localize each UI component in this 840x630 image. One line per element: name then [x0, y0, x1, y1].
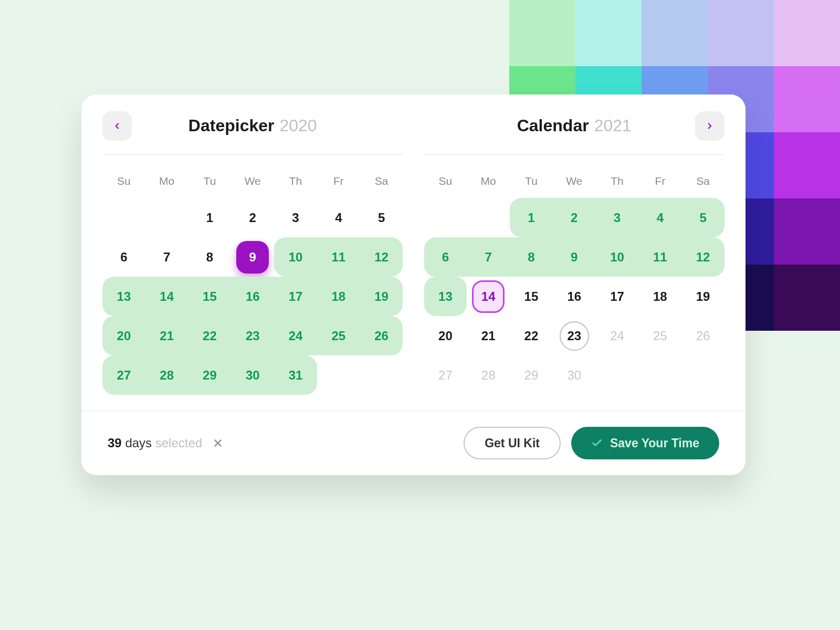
palette-swatch [509, 0, 575, 66]
get-ui-kit-button[interactable]: Get UI Kit [464, 427, 561, 459]
day-cell[interactable]: 28 [467, 355, 510, 395]
day-cell[interactable]: 20 [102, 316, 145, 355]
day-cell[interactable]: 1 [188, 198, 232, 237]
day-cell[interactable]: 29 [510, 355, 553, 395]
days-grid-right: 1234567891011121314151617181920212223242… [424, 198, 725, 395]
day-cell[interactable]: 12 [360, 237, 403, 277]
day-cell[interactable]: 25 [638, 316, 681, 355]
day-cell[interactable]: 30 [231, 355, 274, 395]
day-cell[interactable]: 7 [467, 237, 510, 277]
day-cell[interactable]: 10 [596, 237, 639, 277]
day-cell[interactable]: 5 [681, 198, 724, 237]
weekday-label: Su [102, 170, 145, 193]
day-cell[interactable]: 19 [681, 277, 724, 316]
month-title-right: Calendar [517, 116, 589, 135]
day-cell[interactable]: 2 [231, 198, 274, 237]
day-cell[interactable]: 23 [231, 316, 274, 355]
day-cell[interactable]: 21 [467, 316, 510, 355]
day-cell[interactable]: 30 [553, 355, 596, 395]
close-icon [212, 437, 224, 449]
day-cell[interactable]: 27 [424, 355, 467, 395]
weekday-label: Th [596, 170, 639, 193]
day-cell[interactable]: 20 [424, 316, 467, 355]
day-cell[interactable]: 25 [317, 316, 360, 355]
month-right: Calendar 2021 SuMoTuWeThFrSa 12345678910… [424, 113, 725, 395]
day-cell[interactable]: 13 [424, 277, 467, 316]
weekday-label: Su [424, 170, 467, 193]
chevron-left-icon [112, 121, 122, 131]
weekday-row-right: SuMoTuWeThFrSa [424, 170, 725, 193]
day-cell[interactable]: 5 [360, 198, 403, 237]
month-year-left: 2020 [279, 116, 317, 135]
day-cell[interactable]: 13 [102, 277, 145, 316]
day-cell[interactable]: 21 [145, 316, 188, 355]
day-cell[interactable]: 15 [188, 277, 232, 316]
day-cell[interactable]: 16 [231, 277, 274, 316]
day-cell[interactable]: 16 [553, 277, 596, 316]
selection-count: 39 [108, 436, 122, 450]
weekday-label: Sa [681, 170, 724, 193]
day-cell[interactable]: 4 [317, 198, 360, 237]
next-month-button[interactable] [695, 111, 724, 141]
weekday-label: Fr [638, 170, 681, 193]
weekday-label: Mo [467, 170, 510, 193]
selection-days-word: days [125, 436, 152, 450]
day-cell[interactable]: 31 [274, 355, 317, 395]
day-blank [467, 198, 510, 237]
palette-swatch [774, 66, 840, 132]
day-cell[interactable]: 14 [467, 277, 510, 316]
save-button-label: Save Your Time [610, 436, 699, 450]
day-cell[interactable]: 6 [102, 237, 145, 277]
day-cell[interactable]: 24 [596, 316, 639, 355]
day-cell[interactable]: 3 [596, 198, 639, 237]
day-cell[interactable]: 11 [638, 237, 681, 277]
day-cell[interactable]: 11 [317, 237, 360, 277]
day-cell[interactable]: 19 [360, 277, 403, 316]
day-cell[interactable]: 4 [638, 198, 681, 237]
day-cell[interactable]: 8 [188, 237, 232, 277]
check-icon [591, 437, 603, 449]
prev-month-button[interactable] [102, 111, 132, 141]
month-left: Datepicker 2020 SuMoTuWeThFrSa 123456789… [102, 113, 403, 395]
day-cell[interactable]: 23 [553, 316, 596, 355]
day-cell[interactable]: 1 [510, 198, 553, 237]
day-cell[interactable]: 2 [553, 198, 596, 237]
day-cell[interactable]: 8 [510, 237, 553, 277]
weekday-label: Mo [145, 170, 188, 193]
days-grid-left: 1234567891011121314151617181920212223242… [102, 198, 403, 395]
save-button[interactable]: Save Your Time [571, 427, 719, 459]
palette-swatch [774, 198, 840, 265]
month-year-right: 2021 [594, 116, 632, 135]
palette-swatch [708, 0, 774, 66]
day-cell[interactable]: 26 [681, 316, 724, 355]
weekday-row-left: SuMoTuWeThFrSa [102, 170, 403, 193]
weekday-label: Sa [360, 170, 403, 193]
selection-info: 39 days selected [108, 436, 225, 450]
day-cell[interactable]: 18 [638, 277, 681, 316]
day-cell[interactable]: 27 [102, 355, 145, 395]
day-cell[interactable]: 14 [145, 277, 188, 316]
day-cell[interactable]: 6 [424, 237, 467, 277]
day-cell[interactable]: 26 [360, 316, 403, 355]
month-header-right: Calendar 2021 [424, 113, 725, 155]
day-cell[interactable]: 3 [274, 198, 317, 237]
day-cell[interactable]: 24 [274, 316, 317, 355]
day-cell[interactable]: 17 [274, 277, 317, 316]
day-cell[interactable]: 9 [231, 237, 274, 277]
card-footer: 39 days selected Get UI Kit Save Your Ti… [81, 411, 746, 475]
clear-selection-button[interactable] [211, 436, 225, 450]
day-blank [424, 198, 467, 237]
day-cell[interactable]: 17 [596, 277, 639, 316]
day-cell[interactable]: 12 [681, 237, 724, 277]
day-cell[interactable]: 15 [510, 277, 553, 316]
day-cell[interactable]: 9 [553, 237, 596, 277]
day-cell[interactable]: 10 [274, 237, 317, 277]
day-cell[interactable]: 18 [317, 277, 360, 316]
day-cell[interactable]: 7 [145, 237, 188, 277]
day-cell[interactable]: 22 [510, 316, 553, 355]
day-cell[interactable]: 28 [145, 355, 188, 395]
day-cell[interactable]: 29 [188, 355, 232, 395]
palette-swatch [774, 265, 840, 331]
day-cell[interactable]: 22 [188, 316, 232, 355]
weekday-label: Fr [317, 170, 360, 193]
